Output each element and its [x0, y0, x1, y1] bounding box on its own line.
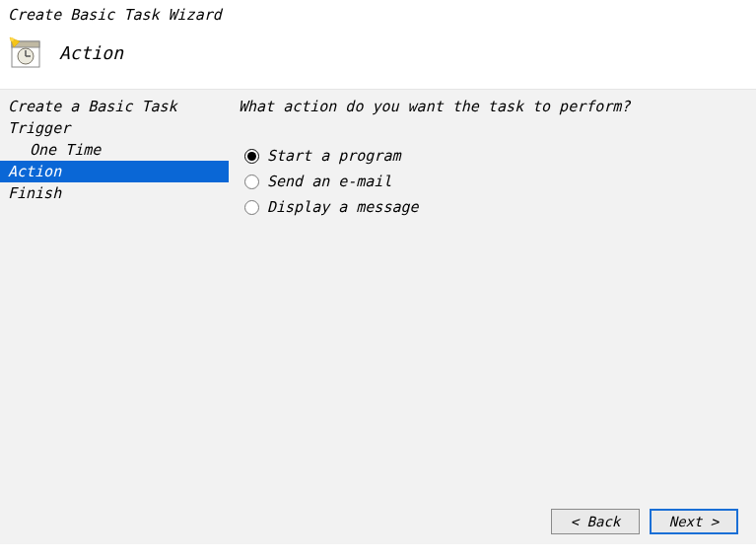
page-title: Action: [59, 42, 123, 63]
sidebar-item-trigger[interactable]: Trigger: [0, 117, 229, 139]
action-question: What action do you want the task to perf…: [239, 98, 746, 115]
sidebar-item-create-basic-task[interactable]: Create a Basic Task: [0, 96, 229, 117]
wizard-body: Create a Basic Task Trigger One Time Act…: [0, 89, 756, 544]
svg-point-6: [10, 37, 14, 41]
window-title: Create Basic Task Wizard: [0, 0, 756, 26]
wizard-steps-sidebar: Create a Basic Task Trigger One Time Act…: [0, 90, 229, 544]
radio-label-send-email: Send an e-mail: [267, 173, 391, 190]
wizard-header: Action: [0, 26, 756, 89]
radio-start-program[interactable]: Start a program: [239, 143, 746, 169]
back-button[interactable]: < Back: [551, 509, 640, 534]
radio-input-start-program[interactable]: [244, 149, 259, 164]
wizard-content: What action do you want the task to perf…: [229, 90, 756, 544]
radio-input-display-message[interactable]: [244, 200, 259, 215]
radio-display-message[interactable]: Display a message: [239, 194, 746, 220]
next-button[interactable]: Next >: [650, 509, 738, 534]
sidebar-item-action[interactable]: Action: [0, 161, 229, 182]
clock-wizard-icon: [8, 35, 41, 69]
sidebar-item-finish[interactable]: Finish: [0, 182, 229, 204]
radio-send-email[interactable]: Send an e-mail: [239, 169, 746, 194]
radio-input-send-email[interactable]: [244, 175, 259, 189]
radio-label-start-program: Start a program: [267, 147, 400, 165]
sidebar-item-one-time[interactable]: One Time: [0, 139, 229, 161]
wizard-button-bar: < Back Next >: [551, 509, 738, 534]
radio-label-display-message: Display a message: [267, 198, 419, 216]
